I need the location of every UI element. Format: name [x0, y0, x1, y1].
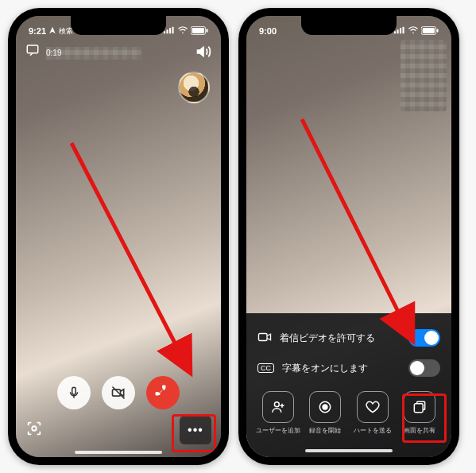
toggle-label: 字幕をオンにします	[282, 362, 368, 375]
svg-point-12	[32, 426, 37, 431]
bottom-bar: •••	[16, 413, 221, 452]
home-indicator[interactable]	[75, 451, 162, 454]
record-icon	[309, 391, 341, 423]
toggle-incoming-video[interactable]	[408, 329, 440, 347]
svg-point-4	[182, 33, 184, 34]
battery-icon	[191, 26, 208, 37]
more-options-panel: 着信ビデオを許可する CC 字幕をオンにします ユーザーを追加	[246, 313, 451, 457]
toggle-subtitles-row: CC 字幕をオンにします	[254, 353, 443, 383]
action-label: 画面を共有	[404, 426, 435, 435]
svg-point-25	[323, 405, 327, 409]
action-send-heart[interactable]: ハートを送る	[353, 391, 393, 435]
svg-rect-7	[206, 29, 207, 32]
svg-rect-0	[164, 31, 165, 33]
heart-icon	[357, 391, 389, 423]
home-indicator[interactable]	[305, 449, 393, 452]
svg-line-11	[113, 387, 125, 399]
action-row: ユーザーを追加 録音を開始 ハートを送る	[254, 383, 443, 449]
svg-rect-3	[172, 27, 174, 33]
status-time: 9:21	[29, 26, 46, 36]
toggle-label: 着信ビデオを許可する	[280, 331, 375, 345]
svg-rect-22	[259, 333, 268, 340]
self-view-pip[interactable]	[401, 40, 447, 111]
notch	[301, 16, 397, 35]
screen-right: 9:00 着信ビデオを許可す	[246, 16, 451, 457]
notch	[71, 16, 166, 35]
toggle-subtitles[interactable]	[408, 359, 440, 377]
svg-rect-8	[27, 45, 38, 53]
end-call-button[interactable]	[146, 376, 180, 409]
mute-button[interactable]	[57, 376, 91, 409]
svg-point-23	[274, 402, 279, 407]
svg-rect-16	[400, 28, 401, 33]
battery-icon	[421, 26, 439, 37]
wifi-icon	[177, 26, 188, 36]
screen-left: 9:21 検索	[16, 16, 221, 457]
action-label: 録音を開始	[309, 426, 341, 435]
svg-rect-15	[397, 29, 399, 33]
more-button[interactable]: •••	[180, 416, 211, 444]
action-share-screen[interactable]: 画面を共有	[400, 391, 439, 435]
svg-rect-14	[394, 31, 396, 33]
svg-rect-20	[423, 28, 435, 33]
call-top-bar: 0:19	[16, 43, 221, 64]
action-start-record[interactable]: 録音を開始	[305, 391, 345, 435]
svg-rect-21	[436, 29, 438, 32]
action-label: ハートを送る	[354, 426, 392, 435]
phone-left: 9:21 検索	[8, 8, 229, 465]
cc-icon: CC	[257, 363, 274, 373]
status-time: 9:00	[259, 26, 277, 36]
avatar[interactable]	[178, 72, 210, 103]
svg-rect-26	[415, 404, 424, 413]
action-add-user[interactable]: ユーザーを追加	[258, 391, 298, 435]
svg-point-18	[412, 33, 414, 34]
call-controls	[57, 376, 180, 409]
svg-rect-9	[72, 387, 76, 394]
toggle-incoming-video-row: 着信ビデオを許可する	[254, 323, 443, 353]
phone-right: 9:00 着信ビデオを許可す	[238, 8, 459, 465]
location-icon	[48, 26, 56, 36]
wifi-icon	[408, 26, 419, 36]
action-label: ユーザーを追加	[256, 426, 300, 435]
chat-icon[interactable]	[25, 43, 40, 60]
speaker-icon[interactable]	[194, 43, 211, 64]
svg-rect-6	[192, 28, 204, 33]
capture-icon[interactable]	[25, 420, 43, 441]
video-icon	[257, 331, 272, 345]
svg-rect-1	[167, 29, 168, 33]
share-screen-icon	[404, 391, 435, 423]
add-user-icon	[262, 391, 294, 423]
svg-rect-17	[403, 27, 404, 33]
call-duration: 0:19	[46, 48, 61, 57]
video-off-button[interactable]	[102, 376, 135, 409]
svg-rect-2	[169, 28, 171, 33]
